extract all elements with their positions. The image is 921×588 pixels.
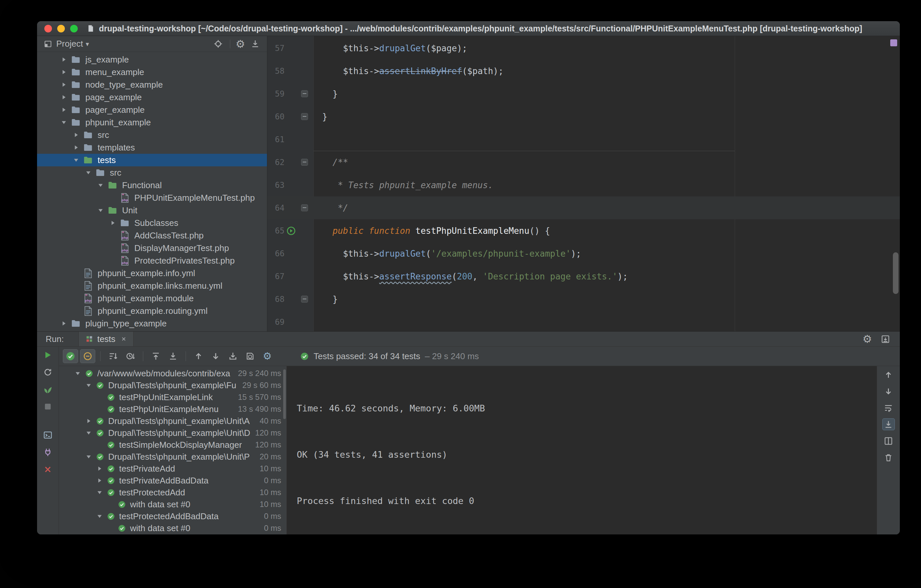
fold-marker-icon[interactable] xyxy=(298,113,311,120)
project-item-phpunit-example-info-yml[interactable]: phpunit_example.info.yml xyxy=(37,267,267,279)
test-item-testprotectedadd[interactable]: testProtectedAdd10 ms xyxy=(59,486,286,499)
project-item-functional[interactable]: Functional xyxy=(37,179,267,192)
collapse-all-button[interactable] xyxy=(165,349,181,363)
code-line-57[interactable]: 57 $this->drupalGet($page); xyxy=(267,37,900,60)
show-passed-toggle[interactable] xyxy=(63,349,78,363)
code-line-63[interactable]: 63 * Tests phpunit_example menus. xyxy=(267,174,900,197)
code-line-59[interactable]: 59 } xyxy=(267,82,900,105)
test-item-var-www-web-modules-contrib-exa[interactable]: /var/www/web/modules/contrib/exa29 s 240… xyxy=(59,367,286,379)
test-item-testprivateadd[interactable]: testPrivateAdd10 ms xyxy=(59,463,286,474)
collapse-all-button[interactable] xyxy=(249,37,262,50)
code-line-58[interactable]: 58 $this->assertLinkByHref($path); xyxy=(267,60,900,82)
code-line-61[interactable]: 61 xyxy=(267,128,900,151)
chevron-down-icon[interactable] xyxy=(83,451,94,462)
fold-marker-icon[interactable] xyxy=(298,159,311,166)
next-failed-test-button[interactable] xyxy=(208,349,223,363)
chevron-right-icon[interactable] xyxy=(70,129,82,141)
project-item-page-example[interactable]: page_example xyxy=(37,91,267,104)
test-runner-settings-button[interactable]: ⚙ xyxy=(260,349,275,363)
editor-scrollbar[interactable] xyxy=(893,252,898,294)
code-line-65[interactable]: 65 public function testPhpUnitExampleMen… xyxy=(267,219,900,242)
code-line-68[interactable]: 68 } xyxy=(267,288,900,310)
chevron-down-icon[interactable] xyxy=(83,380,94,391)
show-ignored-toggle[interactable] xyxy=(80,349,95,363)
zoom-window-button[interactable] xyxy=(70,25,78,32)
chevron-down-icon[interactable] xyxy=(72,368,83,379)
test-item-drupal-tests-phpunit-example-fu[interactable]: Drupal\Tests\phpunit_example\Fu29 s 60 m… xyxy=(59,379,286,391)
project-panel-title[interactable]: Project xyxy=(56,39,83,49)
project-item-plugin-type-example[interactable]: plugin_type_example xyxy=(37,317,267,330)
tab-tests[interactable]: tests xyxy=(78,332,133,346)
test-item-with-data-set-0[interactable]: with data set #010 ms xyxy=(59,499,286,510)
caret-down-icon[interactable]: ▾ xyxy=(86,41,89,47)
rerun-failed-tests-button[interactable] xyxy=(42,366,54,378)
code-line-69[interactable]: 69 xyxy=(267,310,900,331)
chevron-right-icon[interactable] xyxy=(94,463,105,474)
code-line-66[interactable]: 66 $this->drupalGet('/examples/phpunit-e… xyxy=(267,242,900,265)
toggle-auto-test-button[interactable] xyxy=(42,383,54,395)
project-item-unit[interactable]: Unit xyxy=(37,204,267,217)
stop-button[interactable] xyxy=(42,401,54,412)
hide-panel-button[interactable] xyxy=(879,332,892,346)
chevron-down-icon[interactable] xyxy=(83,167,94,178)
import-test-results-button[interactable] xyxy=(225,349,241,363)
editor[interactable]: 57 $this->drupalGet($page);58 $this->ass… xyxy=(267,36,900,331)
project-item-js-example[interactable]: js_example xyxy=(37,53,267,66)
code-line-62[interactable]: 62 /** xyxy=(267,151,900,174)
chevron-down-icon[interactable] xyxy=(95,205,106,216)
inspection-indicator[interactable] xyxy=(890,39,897,46)
close-run-panel-button[interactable] xyxy=(42,464,54,475)
project-item-pager-example[interactable]: pager_example xyxy=(37,104,267,116)
chevron-right-icon[interactable] xyxy=(107,217,119,229)
project-item-node-type-example[interactable]: node_type_example xyxy=(37,78,267,91)
chevron-right-icon[interactable] xyxy=(58,54,70,65)
locate-file-button[interactable] xyxy=(212,37,225,50)
project-item-src[interactable]: src xyxy=(37,128,267,141)
rerun-tests-button[interactable] xyxy=(42,349,54,361)
test-item-testphpunitexamplemenu[interactable]: testPhpUnitExampleMenu13 s 490 ms xyxy=(59,403,286,415)
test-item-drupal-tests-phpunit-example-unit-a[interactable]: Drupal\Tests\phpunit_example\Unit\A40 ms xyxy=(59,415,286,427)
show-console-button[interactable] xyxy=(42,429,54,440)
chevron-right-icon[interactable] xyxy=(83,415,94,427)
previous-failed-test-button[interactable] xyxy=(191,349,206,363)
test-history-button[interactable] xyxy=(242,349,258,363)
project-item-templates[interactable]: templates xyxy=(37,141,267,154)
chevron-right-icon[interactable] xyxy=(70,142,82,153)
clear-console-button[interactable] xyxy=(882,452,895,463)
soft-wrap-button[interactable] xyxy=(882,402,895,414)
project-item-addclasstest-php[interactable]: AddClassTest.php xyxy=(37,229,267,242)
chevron-right-icon[interactable] xyxy=(58,318,70,329)
chevron-down-icon[interactable] xyxy=(95,180,106,191)
chevron-right-icon[interactable] xyxy=(58,79,70,90)
chevron-down-icon[interactable] xyxy=(83,427,94,439)
chevron-down-icon[interactable] xyxy=(94,511,105,522)
expand-all-button[interactable] xyxy=(148,349,163,363)
project-settings-gear-icon[interactable]: ⚙ xyxy=(236,39,245,49)
code-line-67[interactable]: 67 $this->assertResponse(200, 'Descripti… xyxy=(267,265,900,288)
titlebar[interactable]: drupal-testing-workshop [~/Code/os/drupa… xyxy=(37,21,900,36)
chevron-right-icon[interactable] xyxy=(58,104,70,115)
scroll-down-button[interactable] xyxy=(882,385,895,397)
scroll-to-end-button[interactable] xyxy=(882,418,895,430)
project-item-menu-example[interactable]: menu_example xyxy=(37,66,267,78)
chevron-down-icon[interactable] xyxy=(70,154,82,166)
project-item-phpunit-example-module[interactable]: phpunit_example.module xyxy=(37,292,267,305)
project-item-subclasses[interactable]: Subclasses xyxy=(37,217,267,229)
close-window-button[interactable] xyxy=(44,25,52,32)
test-item-with-data-set-0[interactable]: with data set #00 ms xyxy=(59,522,286,534)
sort-by-duration-toggle[interactable] xyxy=(123,349,138,363)
project-item-protectedprivatestest-php[interactable]: ProtectedPrivatesTest.php xyxy=(37,254,267,267)
project-item-phpunitexamplemenutest-php[interactable]: PHPUnitExampleMenuTest.php xyxy=(37,192,267,204)
project-item-displaymanagertest-php[interactable]: DisplayManagerTest.php xyxy=(37,242,267,254)
minimize-window-button[interactable] xyxy=(57,25,65,32)
run-settings-gear-icon[interactable]: ⚙ xyxy=(862,334,872,344)
chevron-right-icon[interactable] xyxy=(94,475,105,486)
code-line-60[interactable]: 60} xyxy=(267,105,900,128)
fold-marker-icon[interactable] xyxy=(298,205,311,211)
plug-icon[interactable] xyxy=(42,447,54,458)
project-item-phpunit-example-links-menu-yml[interactable]: phpunit_example.links.menu.yml xyxy=(37,279,267,292)
project-item-src[interactable]: src xyxy=(37,166,267,179)
chevron-down-icon[interactable] xyxy=(58,117,70,128)
run-test-gutter-icon[interactable] xyxy=(285,226,298,236)
console-output[interactable]: Time: 46.62 seconds, Memory: 6.00MB OK (… xyxy=(286,366,877,534)
